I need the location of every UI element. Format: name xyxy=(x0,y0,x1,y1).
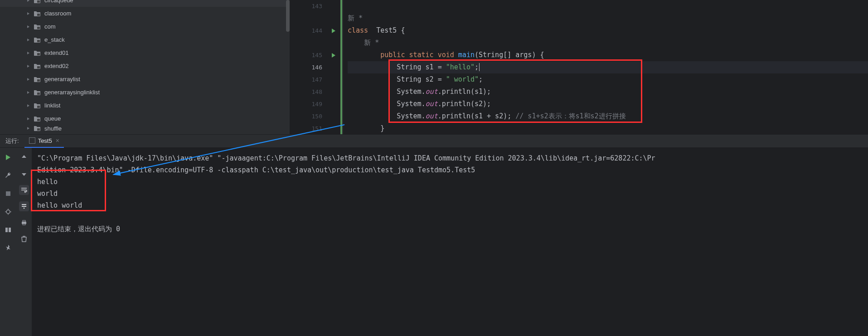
tree-item-circaqueue[interactable]: circaqueue xyxy=(0,0,290,7)
svg-rect-17 xyxy=(5,228,8,232)
tree-scrollbar[interactable] xyxy=(286,0,290,32)
run-tab[interactable]: Test5 × xyxy=(24,134,64,148)
tree-item-com[interactable]: com xyxy=(0,20,290,33)
up-arrow-icon[interactable] xyxy=(19,152,29,162)
console-out-1: hello xyxy=(37,176,863,188)
svg-rect-5 xyxy=(37,66,40,68)
debug-icon[interactable] xyxy=(3,207,13,217)
expand-arrow-icon[interactable] xyxy=(26,64,31,68)
tree-item-label: linklist xyxy=(44,102,60,109)
folder-icon xyxy=(34,116,41,122)
expand-arrow-icon[interactable] xyxy=(26,0,31,3)
run-line-marker-icon[interactable] xyxy=(332,53,335,58)
svg-rect-8 xyxy=(37,106,40,108)
expand-arrow-icon[interactable] xyxy=(26,103,31,108)
svg-rect-9 xyxy=(37,119,40,121)
expand-arrow-icon[interactable] xyxy=(26,24,31,29)
tree-item-label: e_stack xyxy=(44,36,65,43)
annotation-new: 新 * xyxy=(348,14,363,22)
svg-rect-11 xyxy=(6,191,10,196)
folder-icon xyxy=(34,63,41,69)
field-out-1: out xyxy=(426,88,438,96)
folder-icon xyxy=(34,24,41,30)
tree-item-extend02[interactable]: extend02 xyxy=(0,59,290,73)
console-out-3: hello world xyxy=(37,200,863,211)
run-tab-title: Test5 xyxy=(38,137,52,144)
folder-icon xyxy=(34,76,41,83)
svg-rect-1 xyxy=(37,14,40,16)
folder-icon xyxy=(34,37,41,43)
svg-rect-20 xyxy=(23,220,25,222)
svg-rect-2 xyxy=(37,27,40,29)
tree-item-label: extend01 xyxy=(44,49,69,56)
expand-arrow-icon[interactable] xyxy=(26,117,31,121)
project-tree[interactable]: circaqueueclassroomcome_stackextend01ext… xyxy=(0,0,290,134)
folder-icon xyxy=(34,50,41,56)
code-150b: .println(s1 + s2); xyxy=(438,112,516,120)
svg-rect-7 xyxy=(37,93,40,95)
expand-arrow-icon[interactable] xyxy=(26,51,31,55)
tab-close-icon[interactable]: × xyxy=(56,137,59,144)
console-out-2: world xyxy=(37,188,863,200)
pin-icon[interactable] xyxy=(3,243,13,253)
expand-arrow-icon[interactable] xyxy=(26,90,31,95)
expand-arrow-icon[interactable] xyxy=(26,77,31,82)
code-146a: String s1 = xyxy=(348,63,446,71)
keyword-void: void xyxy=(438,51,454,59)
code-148b: .println(s1); xyxy=(438,88,491,96)
code-146b: ; xyxy=(475,63,479,71)
scroll-end-icon[interactable] xyxy=(19,201,29,211)
string-hello: "hello" xyxy=(446,63,475,71)
folder-icon xyxy=(34,10,41,17)
folder-icon xyxy=(34,89,41,96)
text-caret xyxy=(479,63,480,71)
trash-icon[interactable] xyxy=(19,234,29,244)
expand-arrow-icon[interactable] xyxy=(26,11,31,16)
folder-icon xyxy=(34,125,41,131)
svg-rect-21 xyxy=(23,224,25,225)
run-gutter[interactable] xyxy=(327,0,340,134)
soft-wrap-icon[interactable] xyxy=(19,185,29,195)
run-tab-icon xyxy=(29,137,35,144)
tree-item-label: circaqueue xyxy=(44,0,73,4)
run-line-marker-icon[interactable] xyxy=(332,29,335,33)
console-output[interactable]: "C:\Program Files\Java\jdk-17\bin\java.e… xyxy=(32,148,868,336)
tree-item-linklist[interactable]: linklist xyxy=(0,99,290,112)
code-editor[interactable]: 143144145146147148149150151 新 * class Te… xyxy=(290,0,868,134)
field-out-3: out xyxy=(426,112,438,120)
code-148a: System. xyxy=(348,88,426,96)
folder-icon xyxy=(34,0,41,4)
class-name: Test5 { xyxy=(368,26,405,34)
tree-item-classroom[interactable]: classroom xyxy=(0,7,290,20)
tree-item-extend01[interactable]: extend01 xyxy=(0,46,290,59)
wrench-icon[interactable] xyxy=(3,170,13,180)
svg-rect-18 xyxy=(9,228,11,232)
field-out-2: out xyxy=(426,100,438,108)
expand-arrow-icon[interactable] xyxy=(26,38,31,42)
tree-item-generarraylist[interactable]: generarraylist xyxy=(0,73,290,86)
run-tool-header: 运行: Test5 × xyxy=(0,134,868,148)
down-arrow-icon[interactable] xyxy=(19,169,29,179)
stop-button[interactable] xyxy=(3,189,13,199)
console-command-1: "C:\Program Files\Java\jdk-17\bin\java.e… xyxy=(37,152,863,164)
tree-item-generarraysinglinklist[interactable]: generarraysinglinklist xyxy=(0,86,290,99)
code-151: } xyxy=(348,124,384,132)
code-area[interactable]: 新 * class Test5 { 新 * public static void… xyxy=(343,0,868,134)
code-149b: .println(s2); xyxy=(438,100,491,108)
run-button[interactable] xyxy=(3,152,13,162)
run-label: 运行: xyxy=(0,137,24,145)
svg-point-12 xyxy=(6,210,10,214)
code-147b: ; xyxy=(479,75,483,83)
tree-item-queue[interactable]: queue xyxy=(0,112,290,125)
expand-arrow-icon[interactable] xyxy=(26,126,31,131)
tree-item-e_stack[interactable]: e_stack xyxy=(0,33,290,46)
folder-icon xyxy=(34,102,41,109)
console-command-2: Edition 2023.3.4\bin" -Dfile.encoding=UT… xyxy=(37,164,863,176)
tree-item-label: generarraylist xyxy=(44,76,80,83)
line-gutter: 143144145146147148149150151 xyxy=(290,0,327,134)
tree-item-label: queue xyxy=(44,115,61,122)
run-secondary-tools xyxy=(16,148,32,336)
tree-item-shuffle[interactable]: shuffle xyxy=(0,125,290,131)
layout-icon[interactable] xyxy=(3,225,13,235)
print-icon[interactable] xyxy=(19,218,29,228)
